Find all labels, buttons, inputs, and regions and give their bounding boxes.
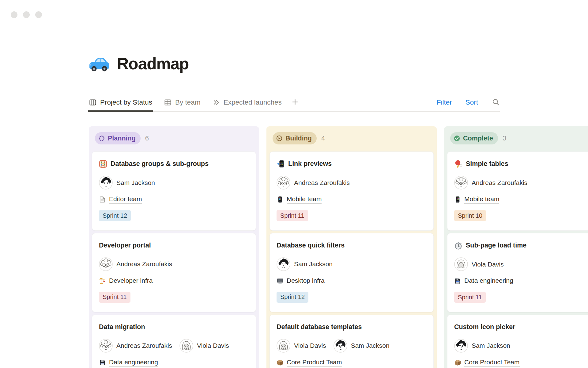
team-link-mobile-team[interactable]: Mobile team <box>464 195 499 204</box>
card-database-groups-sub-groups[interactable]: Database groups & sub-groupsSam JacksonE… <box>92 151 256 231</box>
person-name: Andreas Zaroufakis <box>116 260 172 268</box>
card-title: Simple tables <box>454 160 588 168</box>
team-link-desktop-infra[interactable]: Desktop infra <box>287 277 325 285</box>
card-team: Editor team <box>99 195 249 204</box>
team-link-editor-team[interactable]: Editor team <box>109 195 142 204</box>
tab-by-team[interactable]: By team <box>164 93 201 112</box>
kanban-board: Planning6Database groups & sub-groupsSam… <box>89 126 588 368</box>
sprint-tag: Sprint 10 <box>454 210 486 221</box>
sprint-tag: Sprint 11 <box>99 292 130 303</box>
card-people: Sam Jackson <box>277 257 427 271</box>
window-close-button[interactable] <box>11 11 17 18</box>
card-title-text: Database quick filters <box>277 241 345 250</box>
team-link-developer-infra[interactable]: Developer infra <box>109 277 153 285</box>
person-name: Sam Jackson <box>351 342 390 349</box>
card-database-quick-filters[interactable]: Database quick filtersSam JacksonDesktop… <box>270 233 434 312</box>
avatar-sam-jackson-icon <box>277 257 290 271</box>
pingpong-icon <box>454 160 462 168</box>
tab-label: Project by Status <box>100 98 152 106</box>
page-content: Roadmap Project by StatusBy teamExpected… <box>0 0 499 368</box>
person-name: Sam Jackson <box>116 179 155 186</box>
team-link-data-engineering[interactable]: Data engineering <box>109 358 158 367</box>
package-icon <box>454 359 461 366</box>
card-custom-icon-picker[interactable]: Custom icon pickerSam JacksonCore Produc… <box>447 315 588 368</box>
column-header-building: Building4 <box>273 132 434 144</box>
status-planning-icon <box>98 135 105 142</box>
team-link-core-product-team[interactable]: Core Product Team <box>464 358 520 367</box>
card-data-migration[interactable]: Data migrationAndreas ZaroufakisViola Da… <box>92 315 256 368</box>
window-zoom-button[interactable] <box>35 11 42 18</box>
search-button[interactable] <box>492 98 500 107</box>
card-title-text: Custom icon picker <box>454 323 515 331</box>
window-minimize-button[interactable] <box>23 11 30 18</box>
card-default-database-templates[interactable]: Default database templatesViola DavisSam… <box>270 315 434 368</box>
view-controls: Filter Sort <box>437 98 500 107</box>
status-pill-label: Complete <box>463 135 493 142</box>
card-title: Developer portal <box>99 241 249 250</box>
card-title: Database quick filters <box>277 241 427 250</box>
tab-label: Expected launches <box>224 98 282 106</box>
package-icon <box>277 359 284 366</box>
plus-icon <box>291 98 299 107</box>
abacus-icon <box>99 160 107 168</box>
card-title: Database groups & sub-groups <box>99 160 249 168</box>
status-pill-label: Planning <box>108 135 136 142</box>
team-link-data-engineering[interactable]: Data engineering <box>464 277 513 285</box>
card-title: Default database templates <box>277 323 427 331</box>
status-pill-complete[interactable]: Complete <box>450 132 498 144</box>
card-people: Andreas Zaroufakis <box>277 176 427 190</box>
status-pill-planning[interactable]: Planning <box>95 132 141 144</box>
person-viola-davis: Viola Davis <box>179 339 229 353</box>
card-developer-portal[interactable]: Developer portalAndreas ZaroufakisDevelo… <box>92 233 256 312</box>
card-sub-page-load-time[interactable]: Sub-page load timeViola DavisData engine… <box>447 233 588 312</box>
person-andreas-zaroufakis: Andreas Zaroufakis <box>454 176 527 190</box>
tab-expected-launches[interactable]: Expected launches <box>212 93 282 112</box>
mobile-icon <box>454 196 461 203</box>
avatar-andreas-zaroufakis-icon <box>277 176 290 190</box>
person-name: Viola Davis <box>197 342 229 349</box>
team-link-mobile-team[interactable]: Mobile team <box>287 195 322 204</box>
floppy-icon <box>454 278 461 285</box>
column-building: Building4Link previewsAndreas Zaroufakis… <box>266 126 437 368</box>
filter-button[interactable]: Filter <box>437 98 452 106</box>
person-andreas-zaroufakis: Andreas Zaroufakis <box>99 257 172 271</box>
card-people: Viola DavisSam Jackson <box>277 339 427 353</box>
team-link-core-product-team[interactable]: Core Product Team <box>287 358 342 367</box>
card-link-previews[interactable]: Link previewsAndreas ZaroufakisMobile te… <box>270 151 434 231</box>
status-pill-building[interactable]: Building <box>273 132 317 144</box>
card-title-text: Developer portal <box>99 241 151 250</box>
card-team: Mobile team <box>454 195 588 204</box>
card-team: Core Product Team <box>277 358 427 367</box>
crane-icon <box>99 278 106 285</box>
card-people: Sam Jackson <box>454 339 588 353</box>
add-view-button[interactable] <box>291 98 299 107</box>
status-building-icon <box>276 135 283 142</box>
mobile-icon <box>277 196 284 203</box>
view-tabs-bar: Project by StatusBy teamExpected launche… <box>89 93 500 112</box>
card-simple-tables[interactable]: Simple tablesAndreas ZaroufakisMobile te… <box>447 151 588 231</box>
person-viola-davis: Viola Davis <box>454 257 504 271</box>
person-sam-jackson: Sam Jackson <box>334 339 390 353</box>
car-icon <box>89 54 110 73</box>
person-name: Andreas Zaroufakis <box>116 342 172 349</box>
sprint-tag: Sprint 12 <box>277 292 308 303</box>
page-title: Roadmap <box>89 52 499 75</box>
person-name: Viola Davis <box>472 261 504 268</box>
sort-button[interactable]: Sort <box>466 98 478 106</box>
card-title-text: Default database templates <box>277 323 362 331</box>
column-complete: Complete3Simple tablesAndreas Zaroufakis… <box>444 126 588 368</box>
card-team: Mobile team <box>277 195 427 204</box>
sprint-tag: Sprint 12 <box>99 210 131 221</box>
card-title: Link previews <box>277 160 427 168</box>
card-title: Data migration <box>99 323 249 331</box>
card-title-text: Link previews <box>288 160 332 168</box>
avatar-andreas-zaroufakis-icon <box>99 257 113 271</box>
card-team: Core Product Team <box>454 358 588 367</box>
tab-project-by-status[interactable]: Project by Status <box>89 93 152 112</box>
card-title: Custom icon picker <box>454 323 588 331</box>
tab-label: By team <box>175 98 201 106</box>
card-title-text: Data migration <box>99 323 145 331</box>
person-name: Sam Jackson <box>294 260 333 268</box>
avatar-sam-jackson-icon <box>99 176 113 190</box>
column-count: 3 <box>503 134 506 142</box>
